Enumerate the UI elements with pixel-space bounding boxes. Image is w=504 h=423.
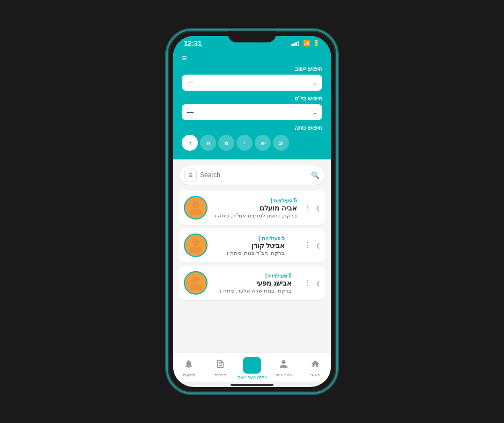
search-bar: ≡ 🔍: [179, 165, 325, 185]
activity-badge-2: 0 פעילויות |: [220, 273, 291, 279]
avatar-1: [184, 234, 207, 257]
battery-icon: 🔋: [313, 40, 320, 47]
beit-sefer-label: חיפוש ביי"ס: [182, 95, 322, 102]
menu-icon[interactable]: ≡: [182, 54, 322, 63]
card-left-1: ❯ ︙: [304, 241, 320, 250]
avatar-head-0: [192, 201, 199, 208]
hamburger-icon: ≡: [182, 54, 187, 63]
card-chevron-2[interactable]: ❯: [316, 280, 320, 286]
card-info-2: 0 פעילויות | אבישג מפעי ברקת, בנות שרה א…: [220, 273, 291, 294]
nav-label-אזור אישי: אזור אישי: [275, 373, 292, 377]
nav-label-ראשי: ראשי: [310, 373, 320, 377]
card-dots-1[interactable]: ︙: [304, 241, 312, 250]
activity-badge-0: 5 פעילויות |: [214, 198, 297, 203]
home-indicator: [231, 384, 273, 386]
beit-sefer-value: —: [187, 108, 194, 116]
nav-item-ראשי[interactable]: ראשי: [299, 359, 331, 377]
card-left-2: ❯ ︙: [304, 279, 320, 287]
card-info-1: 5 פעילויות | אביטל קורן ברקת, חב"ד בנות,…: [227, 235, 285, 256]
nav-active-bg: [243, 357, 261, 374]
nav-label-מודעות: מודעות: [183, 373, 195, 377]
grade-pills: זחטייאיב: [182, 135, 322, 151]
nav-item-אזור אישי[interactable]: אזור אישי: [268, 359, 299, 377]
nav-item-אלפון נוער ישובי[interactable]: אלפון נוער ישובי: [236, 357, 268, 380]
grade-pill-יא[interactable]: יא: [255, 135, 271, 151]
grade-pill-ח[interactable]: ח: [200, 135, 216, 151]
yishuv-arrow: ⌄: [313, 80, 317, 86]
notch: [228, 31, 276, 42]
phone-screen: 12:31 📶 🔋 ≡ חיפוש יישוב: [173, 36, 331, 387]
card-dots-0[interactable]: ︙: [304, 203, 312, 212]
avatar-figure-0: [190, 201, 202, 215]
nav-item-מודעות[interactable]: מודעות: [173, 359, 205, 377]
person-icon: [279, 359, 288, 371]
card-dots-2[interactable]: ︙: [304, 279, 312, 287]
card-chevron-0[interactable]: ❯: [316, 205, 320, 211]
student-details-0: ברקת, נחשון למדעים-אמי"ת, כיתה ז: [214, 213, 297, 218]
yishuv-label: חיפוש יישוב: [182, 65, 322, 72]
nav-label-דיווחים: דיווחים: [214, 373, 226, 377]
phone-frame: 12:31 📶 🔋 ≡ חיפוש יישוב: [166, 29, 338, 394]
avatar-2: [184, 271, 207, 295]
filter-button[interactable]: ≡: [184, 169, 197, 181]
avatar-head-2: [192, 276, 199, 283]
yishuv-value: —: [187, 79, 194, 86]
card-info-0: 5 פעילויות | אביה מועלם ברקת, נחשון למדע…: [214, 198, 297, 218]
avatar-figure-1: [190, 238, 202, 253]
avatar-body-2: [190, 284, 202, 290]
header-area: ≡ חיפוש יישוב ⌄ — חיפוש ביי"ס ⌄ — חיפוש …: [173, 49, 331, 159]
grade-pill-יב[interactable]: יב: [273, 135, 289, 151]
nav-label-אלפון נוער ישובי: אלפון נוער ישובי: [237, 375, 266, 380]
avatar-body-1: [190, 246, 202, 253]
students-list: ❯ ︙ 5 פעילויות | אביה מועלם ברקת, נחשון …: [179, 191, 325, 300]
card-left-0: ❯ ︙: [304, 203, 320, 212]
avatar-0: [184, 196, 207, 220]
student-card-1: ❯ ︙ 5 פעילויות | אביטל קורן ברקת, חב"ד ב…: [179, 228, 325, 262]
student-card-2: ❯ ︙ 0 פעילויות | אבישג מפעי ברקת, בנות ש…: [179, 266, 325, 300]
address-book-icon: [247, 360, 257, 371]
kita-label: חיפוש כיתה: [182, 125, 322, 132]
search-icon: 🔍: [311, 171, 320, 179]
yishuv-dropdown[interactable]: ⌄ —: [182, 75, 322, 91]
student-name-0: אביה מועלם: [214, 204, 297, 212]
bottom-nav: ראשיאזור אישיאלפון נוער ישובידיווחיםמודע…: [173, 352, 331, 382]
student-name-2: אבישג מפעי: [220, 279, 291, 287]
notifications-icon: [184, 359, 194, 371]
search-input[interactable]: [200, 171, 311, 179]
report-icon: [216, 359, 225, 371]
beit-sefer-dropdown[interactable]: ⌄ —: [182, 104, 322, 120]
nav-item-דיווחים[interactable]: דיווחים: [205, 359, 236, 377]
avatar-head-1: [192, 238, 199, 246]
avatar-figure-2: [190, 276, 202, 290]
grade-pill-ט[interactable]: ט: [218, 135, 234, 151]
grade-pill-ז[interactable]: ז: [182, 135, 198, 151]
activity-badge-1: 5 פעילויות |: [227, 235, 285, 241]
home-icon: [310, 359, 320, 371]
avatar-body-0: [190, 209, 202, 215]
signal-icon: [291, 41, 299, 46]
status-time: 12:31: [184, 39, 202, 47]
beit-sefer-arrow: ⌄: [313, 110, 317, 115]
student-card-0: ❯ ︙ 5 פעילויות | אביה מועלם ברקת, נחשון …: [179, 191, 325, 225]
wifi-icon: 📶: [303, 40, 310, 47]
grade-pill-י[interactable]: י: [236, 135, 253, 151]
student-details-1: ברקת, חב"ד בנות, כיתה ז: [227, 250, 285, 256]
card-chevron-1[interactable]: ❯: [316, 243, 320, 249]
content-area: ≡ 🔍 ❯ ︙ 5 פעילויות | אביה מועלם ברקת, נח…: [173, 159, 331, 352]
student-details-2: ברקת, בנות שרה אלעד, כיתה ז: [220, 288, 291, 294]
student-name-1: אביטל קורן: [227, 242, 285, 250]
status-icons: 📶 🔋: [291, 40, 320, 47]
